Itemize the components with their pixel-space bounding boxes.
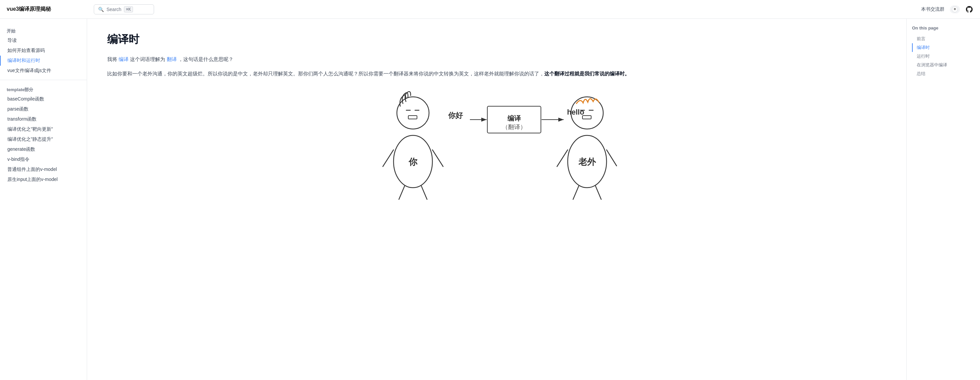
svg-line-8 bbox=[422, 186, 427, 200]
svg-text:编译: 编译 bbox=[508, 115, 521, 122]
sidebar-item-source[interactable]: 如何开始查看源码 bbox=[0, 46, 87, 56]
svg-line-25 bbox=[595, 186, 601, 200]
sidebar-divider bbox=[0, 80, 87, 80]
svg-point-0 bbox=[397, 97, 429, 129]
sidebar-item-vue-to-js[interactable]: vue文件编译成js文件 bbox=[0, 65, 87, 76]
sidebar-item-transform[interactable]: transform函数 bbox=[0, 114, 87, 125]
theme-toggle[interactable]: ☀ bbox=[950, 5, 960, 13]
toc-item-summary[interactable]: 总结 bbox=[912, 69, 975, 78]
search-placeholder: Search bbox=[107, 7, 121, 12]
compile-illustration: 你 你好 编译 （翻译） hello bbox=[376, 86, 617, 200]
sidebar-item-intro[interactable]: 导读 bbox=[0, 35, 87, 46]
toc-item-browser-compile[interactable]: 在浏览器中编译 bbox=[912, 61, 975, 69]
illustration-container: 你 你好 编译 （翻译） hello bbox=[107, 86, 886, 201]
search-bar[interactable]: 🔍 Search ⌘K bbox=[94, 4, 154, 14]
body-text-main: 比如你要和一个老外沟通，你的英文超级烂。所以你说的是中文，老外却只理解英文。那你… bbox=[107, 71, 544, 77]
svg-text:老外: 老外 bbox=[578, 157, 596, 167]
svg-text:（翻译）: （翻译） bbox=[502, 124, 526, 130]
site-logo[interactable]: vue3编译原理揭秘 bbox=[7, 6, 94, 13]
theme-toggle-knob: ☀ bbox=[952, 6, 958, 13]
layout: 开始 导读 如何开始查看源码 编译时和运行时 vue文件编译成js文件 temp… bbox=[0, 19, 980, 380]
sidebar-item-generate[interactable]: generate函数 bbox=[0, 144, 87, 155]
right-sidebar: On this page 前言 编译时 运行时 在浏览器中编译 总结 bbox=[906, 19, 980, 380]
intro-paragraph: 我将 编译 这个词语理解为 翻译 ，这句话是什么意思呢？ bbox=[107, 55, 886, 64]
svg-text:你: 你 bbox=[408, 157, 418, 167]
toc-title: On this page bbox=[912, 26, 975, 30]
search-shortcut: ⌘K bbox=[124, 6, 133, 13]
sidebar-item-vmodel-input[interactable]: 原生input上面的v-model bbox=[0, 175, 87, 185]
toc-item-preface[interactable]: 前言 bbox=[912, 35, 975, 43]
svg-rect-3 bbox=[408, 116, 417, 119]
community-link[interactable]: 本书交流群 bbox=[921, 6, 945, 13]
toc-item-compile[interactable]: 编译时 bbox=[912, 43, 975, 52]
sidebar-item-vmodel-component[interactable]: 普通组件上面的v-model bbox=[0, 164, 87, 175]
body-text-strong: 这个翻译过程就是我们常说的编译时。 bbox=[544, 71, 630, 77]
sidebar-section-template: template部分 bbox=[0, 84, 87, 94]
page-title: 编译时 bbox=[107, 32, 886, 47]
svg-line-6 bbox=[433, 150, 443, 166]
intro-middle: 这个词语理解为 bbox=[130, 56, 165, 62]
sidebar-item-vbind[interactable]: v-bind指令 bbox=[0, 155, 87, 164]
intro-link-compile[interactable]: 编译 bbox=[119, 56, 129, 62]
sidebar-item-parse[interactable]: parse函数 bbox=[0, 104, 87, 114]
intro-suffix: ，这句话是什么意思呢？ bbox=[178, 56, 234, 62]
svg-line-5 bbox=[383, 150, 393, 166]
left-sidebar: 开始 导读 如何开始查看源码 编译时和运行时 vue文件编译成js文件 temp… bbox=[0, 19, 87, 380]
main-content: 编译时 我将 编译 这个词语理解为 翻译 ，这句话是什么意思呢？ 比如你要和一个… bbox=[87, 19, 906, 380]
illustration: 你 你好 编译 （翻译） hello bbox=[376, 86, 617, 201]
svg-text:hello: hello bbox=[567, 108, 584, 116]
intro-link-translate[interactable]: 翻译 bbox=[167, 56, 177, 62]
toc-item-runtime[interactable]: 运行时 bbox=[912, 52, 975, 61]
svg-line-22 bbox=[557, 150, 568, 166]
top-nav-right: 本书交流群 ☀ bbox=[921, 5, 973, 13]
svg-text:你好: 你好 bbox=[448, 111, 463, 120]
github-icon[interactable] bbox=[965, 5, 973, 13]
search-icon: 🔍 bbox=[98, 7, 104, 12]
svg-line-23 bbox=[606, 150, 617, 166]
sidebar-item-basecompile[interactable]: baseCompile函数 bbox=[0, 94, 87, 104]
sidebar-item-compile-runtime[interactable]: 编译时和运行时 bbox=[0, 56, 87, 65]
sidebar-item-static-hoist[interactable]: 编译优化之"静态提升" bbox=[0, 134, 87, 144]
sidebar-item-target-update[interactable]: 编译优化之"靶向更新" bbox=[0, 125, 87, 134]
svg-line-7 bbox=[399, 186, 405, 200]
intro-prefix: 我将 bbox=[107, 56, 117, 62]
svg-line-24 bbox=[573, 186, 579, 200]
body-paragraph: 比如你要和一个老外沟通，你的英文超级烂。所以你说的是中文，老外却只理解英文。那你… bbox=[107, 69, 886, 78]
sidebar-section-start: 开始 bbox=[0, 26, 87, 35]
top-nav: vue3编译原理揭秘 🔍 Search ⌘K 本书交流群 ☀ bbox=[0, 0, 980, 19]
sun-icon: ☀ bbox=[953, 7, 956, 11]
